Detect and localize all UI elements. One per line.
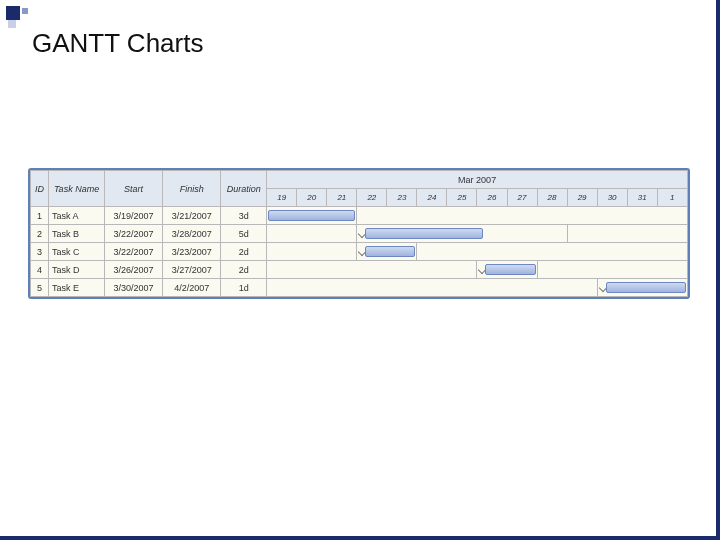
empty-cell xyxy=(267,261,477,279)
cell-duration: 2d xyxy=(221,243,267,261)
cell-id: 1 xyxy=(31,207,49,225)
cell-id: 2 xyxy=(31,225,49,243)
day-header: 22 xyxy=(357,189,387,207)
cell-finish: 3/27/2007 xyxy=(163,261,221,279)
cell-name: Task B xyxy=(49,225,105,243)
cell-start: 3/22/2007 xyxy=(105,243,163,261)
day-header: 30 xyxy=(597,189,627,207)
empty-cell xyxy=(417,243,688,261)
empty-cell xyxy=(267,279,597,297)
col-header-finish: Finish xyxy=(163,171,221,207)
gantt-bar-task-a xyxy=(267,207,357,225)
cell-duration: 3d xyxy=(221,207,267,225)
day-header: 31 xyxy=(627,189,657,207)
day-header: 19 xyxy=(267,189,297,207)
col-header-duration: Duration xyxy=(221,171,267,207)
day-header: 23 xyxy=(387,189,417,207)
slide-corner-decoration xyxy=(6,6,26,26)
cell-duration: 5d xyxy=(221,225,267,243)
col-header-start: Start xyxy=(105,171,163,207)
day-header: 1 xyxy=(657,189,687,207)
empty-cell xyxy=(537,261,687,279)
col-header-month: Mar 2007 xyxy=(267,171,688,189)
gantt-table: ID Task Name Start Finish Duration Mar 2… xyxy=(30,170,688,297)
day-header: 20 xyxy=(297,189,327,207)
col-header-id: ID xyxy=(31,171,49,207)
day-header: 26 xyxy=(477,189,507,207)
gantt-bar-task-e xyxy=(597,279,687,297)
gantt-chart: ID Task Name Start Finish Duration Mar 2… xyxy=(28,168,690,299)
empty-cell xyxy=(567,225,687,243)
cell-start: 3/19/2007 xyxy=(105,207,163,225)
cell-name: Task A xyxy=(49,207,105,225)
cell-id: 3 xyxy=(31,243,49,261)
day-header: 27 xyxy=(507,189,537,207)
cell-duration: 2d xyxy=(221,261,267,279)
cell-id: 4 xyxy=(31,261,49,279)
cell-name: Task D xyxy=(49,261,105,279)
day-header: 29 xyxy=(567,189,597,207)
day-header: 24 xyxy=(417,189,447,207)
table-row: 1 Task A 3/19/2007 3/21/2007 3d xyxy=(31,207,688,225)
cell-start: 3/22/2007 xyxy=(105,225,163,243)
cell-name: Task C xyxy=(49,243,105,261)
gantt-bar-task-c xyxy=(357,243,417,261)
col-header-name: Task Name xyxy=(49,171,105,207)
cell-id: 5 xyxy=(31,279,49,297)
cell-name: Task E xyxy=(49,279,105,297)
gantt-bar-task-d xyxy=(477,261,537,279)
day-header: 28 xyxy=(537,189,567,207)
table-row: 3 Task C 3/22/2007 3/23/2007 2d xyxy=(31,243,688,261)
empty-cell xyxy=(267,225,357,243)
slide-title: GANTT Charts xyxy=(32,28,203,59)
day-header: 25 xyxy=(447,189,477,207)
cell-finish: 3/23/2007 xyxy=(163,243,221,261)
table-row: 2 Task B 3/22/2007 3/28/2007 5d xyxy=(31,225,688,243)
cell-start: 3/30/2007 xyxy=(105,279,163,297)
day-header: 21 xyxy=(327,189,357,207)
empty-cell xyxy=(357,207,688,225)
table-row: 4 Task D 3/26/2007 3/27/2007 2d xyxy=(31,261,688,279)
table-row: 5 Task E 3/30/2007 4/2/2007 1d xyxy=(31,279,688,297)
cell-duration: 1d xyxy=(221,279,267,297)
cell-finish: 3/28/2007 xyxy=(163,225,221,243)
gantt-bar-task-b xyxy=(357,225,567,243)
cell-finish: 4/2/2007 xyxy=(163,279,221,297)
empty-cell xyxy=(267,243,357,261)
cell-start: 3/26/2007 xyxy=(105,261,163,279)
cell-finish: 3/21/2007 xyxy=(163,207,221,225)
